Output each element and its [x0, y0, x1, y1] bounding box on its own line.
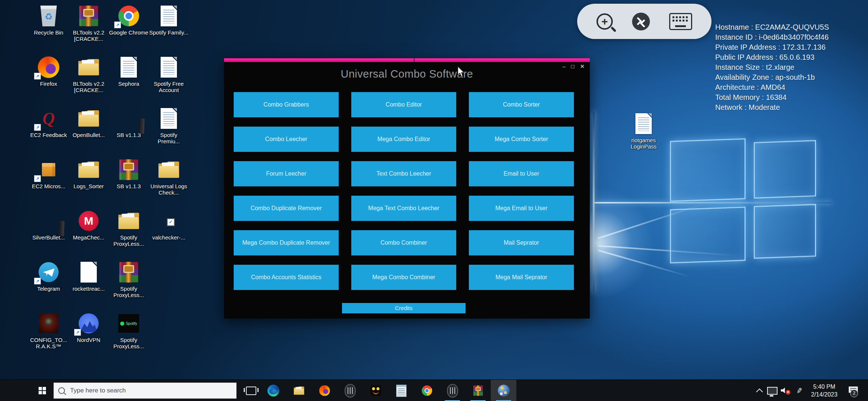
combo-combiner-button[interactable]: Combo Combiner — [351, 230, 456, 255]
desktop-icon-ec2-feedback[interactable]: QEC2 Feedback — [28, 106, 69, 138]
minimize-button[interactable]: – — [562, 63, 565, 69]
combo-duplicate-remover-button[interactable]: Combo Duplicate Remover — [234, 196, 339, 221]
mail-seprator-button[interactable]: Mail Seprator — [469, 230, 574, 255]
shortcut-arrow-icon — [34, 73, 41, 79]
action-center-button[interactable]: 2 — [844, 380, 863, 401]
desktop-icon-openbullet[interactable]: OpenBullet... — [68, 106, 109, 138]
tray-chevron-up-icon[interactable] — [753, 380, 766, 401]
system-info-line: Network : Moderate — [715, 102, 829, 113]
tray-volume-muted-icon[interactable]: ✕ — [779, 380, 792, 401]
system-info-line: Availability Zone : ap-south-1b — [715, 72, 829, 82]
firefox-icon — [319, 385, 331, 397]
app-window: Universal Combo Software – □ ✕ Combo Gra… — [224, 58, 590, 319]
taskbar-app-combo-app[interactable] — [491, 380, 516, 401]
mega-combo-combiner-button[interactable]: Mega Combo Combiner — [351, 265, 456, 290]
mega-email-to-user-button[interactable]: Mega Email to User — [469, 196, 574, 221]
winrar-icon — [108, 157, 149, 182]
tray-clock[interactable]: 5:40 PM 2/14/2023 — [805, 380, 844, 401]
desktop-icon-valchecker[interactable]: ✓valchecker-... — [148, 209, 189, 241]
desktop-icon-label: Spotify ProxyLess... — [108, 234, 149, 247]
taskbar-app-edge[interactable] — [260, 380, 286, 401]
taskbar-app-openbullet[interactable] — [440, 380, 465, 401]
forum-leecher-button[interactable]: Forum Leecher — [234, 161, 339, 186]
openbullet-icon — [345, 384, 356, 398]
edge-icon — [267, 385, 279, 397]
close-button[interactable]: ✕ — [580, 63, 585, 69]
desktop-icon-bltools-v2-2-cracke[interactable]: BLTools v2.2 [CRACKE... — [68, 4, 109, 42]
desktop-icon-bltools-v2-2-cracke[interactable]: BLTools v2.2 [CRACKE... — [68, 55, 109, 93]
desktop-icon-nordvpn[interactable]: NordVPN — [68, 311, 109, 343]
search-icon — [58, 387, 65, 394]
textdoc-icon — [148, 55, 189, 79]
start-button[interactable] — [31, 380, 53, 401]
tray-pen-icon[interactable]: ✎ — [792, 380, 806, 401]
desktop-icon-spotify-proxyless[interactable]: SpotifySpotify ProxyLess... — [108, 311, 149, 349]
desktop-icon-spotify-family[interactable]: Spotify Family... — [148, 4, 189, 36]
desktop-icon-google-chrome[interactable]: Google Chrome — [108, 4, 149, 36]
aws-cube-icon — [28, 157, 69, 182]
telegram-icon — [28, 260, 69, 284]
rdp-toolbar — [577, 4, 711, 39]
notepad-icon — [396, 385, 407, 397]
combo-accounts-statistics-button[interactable]: Combo Accounts Statistics — [234, 265, 339, 290]
desktop-icon-spotify-free-account[interactable]: Spotify Free Account — [148, 55, 189, 93]
desktop-icon-universal-logs-check[interactable]: Universal Logs Check... — [148, 157, 189, 196]
desktop-icon-silverbullet[interactable]: SilverBullet... — [28, 209, 69, 241]
desktop-icon-riotgames-loginpass[interactable]: riotgames LoginPass — [623, 111, 664, 150]
chrome-icon — [421, 385, 433, 397]
logo-pane-bottom-left — [670, 206, 746, 263]
desktop-icon-label: Google Chrome — [108, 29, 149, 36]
taskbar-app-money-face[interactable] — [363, 380, 388, 401]
mega-combo-editor-button[interactable]: Mega Combo Editor — [351, 127, 456, 152]
desktop-icon-megachec[interactable]: MMegaChec... — [68, 209, 109, 241]
taskbar-app-firefox[interactable] — [312, 380, 337, 401]
tray-network-icon[interactable] — [766, 380, 779, 401]
desktop-icon-spotify-premiu[interactable]: Spotify Premiu... — [148, 106, 189, 144]
mega-combo-duplicate-remover-button[interactable]: Mega Combo Duplicate Remover — [234, 230, 339, 255]
tray-date: 2/14/2023 — [811, 391, 837, 398]
desktop-icon-sb-v1-1-3[interactable]: SB v1.1.3 — [108, 106, 149, 138]
desktop-icon-label: Firefox — [28, 81, 69, 87]
zoom-in-icon[interactable] — [596, 13, 613, 30]
raks-image-icon — [28, 311, 69, 336]
desktop-icon-logs-sorter[interactable]: Logs_Sorter — [68, 157, 109, 189]
desktop-icon-rockettreac[interactable]: rockettreac... — [68, 260, 109, 292]
search-input[interactable] — [69, 387, 232, 395]
desktop-icon-recycle-bin[interactable]: Recycle Bin — [28, 4, 69, 36]
text-combo-leecher-button[interactable]: Text Combo Leecher — [351, 161, 456, 186]
remote-desktop-icon[interactable] — [632, 13, 650, 30]
desktop-icon-label: Universal Logs Check... — [148, 183, 189, 196]
combo-editor-button[interactable]: Combo Editor — [351, 92, 456, 117]
combo-leecher-button[interactable]: Combo Leecher — [234, 127, 339, 152]
desktop-icon-spotify-proxyless[interactable]: Spotify ProxyLess... — [108, 209, 149, 247]
desktop-icon-spotify-proxyless[interactable]: Spotify ProxyLess... — [108, 260, 149, 298]
credits-button[interactable]: Credits — [342, 303, 466, 313]
combo-sorter-button[interactable]: Combo Sorter — [469, 92, 574, 117]
winrar-icon — [68, 4, 109, 28]
system-info-line: Instance ID : i-0ed64b3407f0c4f46 — [715, 32, 829, 42]
desktop-icon-ec2-micros[interactable]: EC2 Micros... — [28, 157, 69, 189]
task-view-button[interactable] — [240, 380, 262, 401]
taskbar-app-notepad[interactable] — [388, 380, 414, 401]
taskbar-app-file-explorer[interactable] — [286, 380, 312, 401]
taskbar-app-openbullet[interactable] — [337, 380, 363, 401]
textdoc-icon — [148, 106, 189, 131]
desktop-icon-telegram[interactable]: Telegram — [28, 260, 69, 292]
window-titlebar-accent[interactable] — [224, 58, 590, 62]
email-to-user-button[interactable]: Email to User — [469, 161, 574, 186]
notification-badge: 2 — [850, 389, 858, 397]
mega-text-combo-leecher-button[interactable]: Mega Text Combo Leecher — [351, 196, 456, 221]
taskbar-app-chrome[interactable] — [414, 380, 440, 401]
spotify-image-icon: Spotify — [108, 311, 149, 336]
maximize-button[interactable]: □ — [571, 63, 574, 69]
combo-grabbers-button[interactable]: Combo Grabbers — [234, 92, 339, 117]
taskbar-app-winrar[interactable] — [465, 380, 491, 401]
desktop-icon-config-to-r-a-k-s[interactable]: CONFIG_TO... R.A.K.S™ — [28, 311, 69, 349]
mega-combo-sorter-button[interactable]: Mega Combo Sorter — [469, 127, 574, 152]
keyboard-icon[interactable] — [669, 13, 692, 30]
desktop-icon-sb-v1-1-3[interactable]: SB v1.1.3 — [108, 157, 149, 189]
desktop-icon-sephora[interactable]: Sephora — [108, 55, 149, 87]
desktop-icon-firefox[interactable]: Firefox — [28, 55, 69, 87]
mega-mail-seprator-button[interactable]: Mega Mail Seprator — [469, 265, 574, 290]
taskbar-search[interactable] — [53, 382, 237, 399]
